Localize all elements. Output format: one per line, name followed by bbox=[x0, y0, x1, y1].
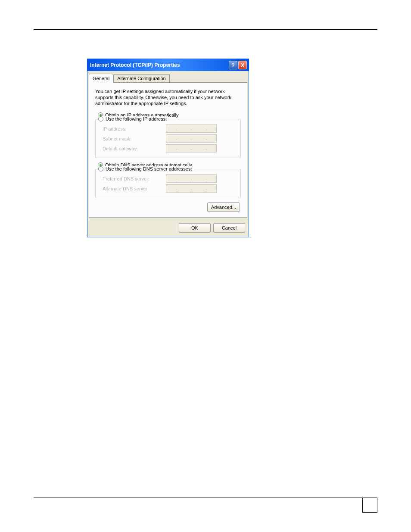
preferred-dns-label: Preferred DNS server: bbox=[99, 176, 166, 181]
tab-alternate[interactable]: Alternate Configuration bbox=[113, 74, 170, 83]
radio-icon bbox=[98, 166, 103, 171]
tcpip-properties-dialog: Internet Protocol (TCP/IP) Properties ? … bbox=[87, 59, 249, 237]
help-icon: ? bbox=[231, 62, 235, 68]
subnet-mask-label: Subnet mask: bbox=[99, 136, 166, 141]
ok-button-label: OK bbox=[191, 225, 198, 230]
dialog-button-row: OK Cancel bbox=[87, 221, 249, 237]
titlebar[interactable]: Internet Protocol (TCP/IP) Properties ? … bbox=[87, 59, 249, 71]
field-preferred-dns: Preferred DNS server: . . . bbox=[99, 174, 237, 183]
tab-alternate-label: Alternate Configuration bbox=[117, 76, 166, 81]
radio-icon bbox=[98, 116, 103, 121]
ip-address-label: IP address: bbox=[99, 126, 166, 131]
default-gateway-label: Default gateway: bbox=[99, 146, 166, 151]
close-icon: X bbox=[241, 62, 245, 68]
radio-use-dns-label: Use the following DNS server addresses: bbox=[106, 166, 192, 171]
default-gateway-input[interactable]: . . . bbox=[166, 144, 217, 152]
field-subnet-mask: Subnet mask: . . . bbox=[99, 134, 237, 143]
tab-area: General Alternate Configuration You can … bbox=[87, 71, 249, 237]
help-button[interactable]: ? bbox=[229, 61, 237, 69]
radio-use-dns[interactable]: Use the following DNS server addresses: bbox=[98, 166, 193, 171]
advanced-button-row: Advanced... bbox=[94, 202, 240, 212]
dns-manual-group: Use the following DNS server addresses: … bbox=[95, 169, 241, 198]
close-button[interactable]: X bbox=[238, 61, 247, 69]
page-divider-bottom bbox=[34, 498, 377, 498]
field-ip-address: IP address: . . . bbox=[99, 124, 237, 133]
advanced-button-label: Advanced... bbox=[211, 205, 236, 210]
cancel-button-label: Cancel bbox=[222, 225, 237, 230]
cancel-button[interactable]: Cancel bbox=[213, 223, 245, 233]
titlebar-title: Internet Protocol (TCP/IP) Properties bbox=[90, 62, 229, 68]
field-default-gateway: Default gateway: . . . bbox=[99, 144, 237, 152]
advanced-button[interactable]: Advanced... bbox=[207, 202, 240, 212]
field-alternate-dns: Alternate DNS server: . . . bbox=[99, 184, 237, 193]
page-divider-top bbox=[34, 29, 377, 30]
tab-general-label: General bbox=[93, 76, 109, 81]
preferred-dns-input[interactable]: . . . bbox=[166, 174, 217, 183]
titlebar-buttons: ? X bbox=[229, 61, 247, 69]
ip-manual-group: Use the following IP address: IP address… bbox=[95, 119, 241, 158]
panel-description: You can get IP settings assigned automat… bbox=[95, 89, 241, 106]
page-number-box bbox=[362, 498, 377, 513]
radio-use-ip-label: Use the following IP address: bbox=[106, 116, 167, 121]
tab-general[interactable]: General bbox=[89, 74, 113, 83]
ok-button[interactable]: OK bbox=[179, 223, 211, 233]
ip-address-input[interactable]: . . . bbox=[166, 124, 217, 133]
tab-panel-general: You can get IP settings assigned automat… bbox=[89, 82, 247, 218]
alternate-dns-label: Alternate DNS server: bbox=[99, 186, 166, 191]
subnet-mask-input[interactable]: . . . bbox=[166, 134, 217, 143]
tab-strip: General Alternate Configuration bbox=[87, 71, 249, 83]
alternate-dns-input[interactable]: . . . bbox=[166, 184, 217, 193]
radio-use-ip[interactable]: Use the following IP address: bbox=[98, 116, 168, 121]
